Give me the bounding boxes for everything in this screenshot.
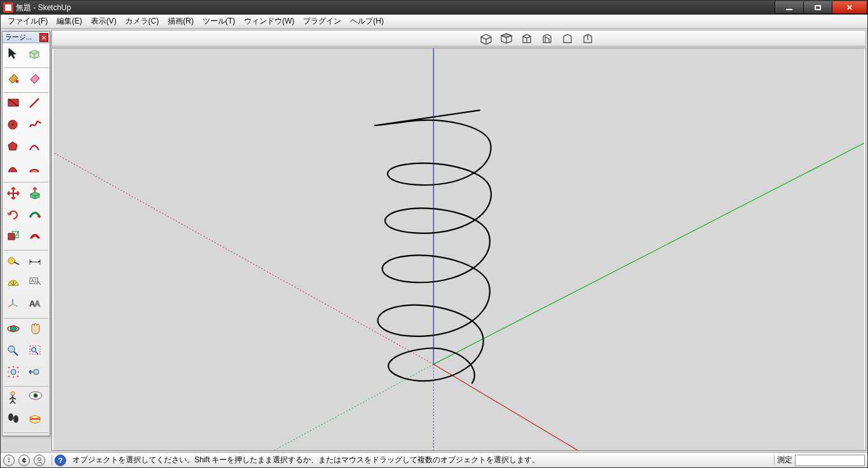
line-tool[interactable]: [25, 94, 47, 116]
title-bar: 無題 - SketchUp: [1, 1, 867, 15]
status-message: オブジェクトを選択してください。Shift キーを押したまま選択するか、またはマ…: [70, 455, 771, 465]
scale-icon: [6, 230, 23, 246]
select-tool[interactable]: [4, 45, 25, 66]
toolbox-title-text: ラージ...: [5, 32, 32, 42]
help-status-icon[interactable]: ?: [55, 455, 66, 466]
orbit-icon: [6, 322, 23, 339]
large-tool-set-toolbar[interactable]: ラージ... ✕ A1AA: [2, 31, 50, 436]
dimension-icon: [28, 254, 44, 271]
svg-point-7: [8, 258, 15, 264]
geolocation-status-icon[interactable]: ⟟: [3, 455, 15, 466]
menu-window[interactable]: ウィンドウ(W): [240, 15, 299, 28]
menu-plugin[interactable]: プラグイン: [299, 15, 346, 28]
3d-text-tool[interactable]: AA: [25, 295, 47, 317]
pie-tool[interactable]: [25, 159, 47, 181]
eraser-icon: [28, 72, 44, 88]
right-view-button[interactable]: [538, 31, 557, 46]
credits-status-icon[interactable]: ¢: [18, 455, 30, 466]
measurement-input[interactable]: [795, 455, 865, 466]
protractor-tool[interactable]: [4, 273, 25, 295]
app-icon: [3, 3, 13, 13]
offset-tool[interactable]: [25, 227, 47, 249]
offset-icon: [28, 230, 44, 246]
toolbar-separator: [4, 182, 48, 182]
measurement-label: 測定: [777, 455, 792, 465]
axes-tool[interactable]: [4, 295, 25, 317]
window-controls: [775, 1, 867, 14]
freehand-tool[interactable]: [25, 116, 47, 137]
top-view-button[interactable]: [497, 31, 516, 46]
status-bar: ⟟ ¢ ? オブジェクトを選択してください。Shift キーを押したまま選択する…: [1, 452, 867, 467]
zoom-extents-tool[interactable]: [4, 363, 25, 385]
left-view-button[interactable]: [578, 31, 597, 46]
axes-icon: [6, 298, 23, 314]
rotate-tool[interactable]: [4, 205, 25, 227]
circle-tool[interactable]: [4, 116, 25, 137]
svg-point-17: [11, 369, 16, 375]
close-button[interactable]: [832, 1, 867, 14]
canvas-svg: [52, 48, 865, 450]
select-icon: [6, 47, 23, 64]
move-tool[interactable]: [4, 184, 25, 205]
section-plane-icon: [28, 412, 44, 429]
arc-tool[interactable]: [25, 137, 47, 159]
svg-point-16: [32, 348, 36, 352]
scale-tool[interactable]: [4, 227, 25, 249]
zoom-window-icon: [28, 344, 44, 361]
maximize-button[interactable]: [803, 1, 832, 14]
walk-tool[interactable]: [4, 410, 25, 431]
menu-file[interactable]: ファイル(F): [3, 15, 52, 28]
front-view-button[interactable]: [517, 31, 536, 46]
orbit-tool[interactable]: [4, 320, 25, 341]
svg-text:A: A: [34, 299, 41, 308]
svg-point-32: [38, 457, 41, 460]
make-component-tool[interactable]: [25, 45, 47, 66]
menu-camera[interactable]: カメラ(C): [121, 15, 163, 28]
paint-bucket-tool[interactable]: [4, 69, 25, 91]
menu-help[interactable]: ヘルプ(H): [346, 15, 388, 28]
3d-text-icon: AA: [28, 298, 44, 314]
arc2-tool[interactable]: [4, 159, 25, 181]
menu-bar: ファイル(F) 編集(E) 表示(V) カメラ(C) 描画(R) ツール(T) …: [1, 15, 867, 29]
window-title: 無題 - SketchUp: [16, 3, 775, 13]
toolbar-separator: [4, 318, 48, 319]
text-icon: A1: [28, 276, 44, 292]
zoom-window-tool[interactable]: [25, 341, 47, 363]
polygon-icon: [6, 140, 23, 156]
previous-view-tool[interactable]: [25, 363, 47, 385]
position-camera-tool[interactable]: [4, 388, 25, 410]
text-tool[interactable]: A1: [25, 273, 47, 295]
toolbar-separator: [4, 432, 48, 433]
menu-view[interactable]: 表示(V): [86, 15, 121, 28]
push-pull-tool[interactable]: [25, 184, 47, 205]
menu-tools[interactable]: ツール(T): [198, 15, 240, 28]
rotate-icon: [6, 208, 23, 224]
minimize-button[interactable]: [775, 1, 804, 14]
tape-measure-tool[interactable]: [4, 252, 25, 273]
look-around-tool[interactable]: [25, 388, 47, 410]
dimension-tool[interactable]: [25, 252, 47, 273]
polygon-tool[interactable]: [4, 137, 25, 159]
circle-icon: [6, 118, 23, 135]
menu-edit[interactable]: 編集(E): [52, 15, 86, 28]
svg-rect-25: [53, 48, 864, 450]
section-plane-tool[interactable]: [25, 410, 47, 431]
toolbox-close-button[interactable]: ✕: [39, 33, 48, 42]
pan-tool[interactable]: [25, 320, 47, 341]
arc2-icon: [6, 162, 23, 178]
menu-draw[interactable]: 描画(R): [163, 15, 198, 28]
zoom-tool[interactable]: [4, 341, 25, 363]
toolbox-titlebar[interactable]: ラージ... ✕: [3, 32, 50, 43]
follow-me-tool[interactable]: [25, 205, 47, 227]
walk-icon: [6, 412, 23, 429]
previous-view-icon: [28, 366, 44, 382]
model-viewport[interactable]: [51, 48, 866, 451]
user-status-icon[interactable]: [34, 455, 45, 466]
iso-view-button[interactable]: [477, 31, 496, 46]
make-component-icon: [28, 47, 44, 64]
svg-point-0: [16, 80, 19, 83]
eraser-tool[interactable]: [25, 69, 47, 91]
position-camera-icon: [6, 390, 23, 407]
back-view-button[interactable]: [558, 31, 577, 46]
rectangle-tool[interactable]: [4, 94, 25, 116]
